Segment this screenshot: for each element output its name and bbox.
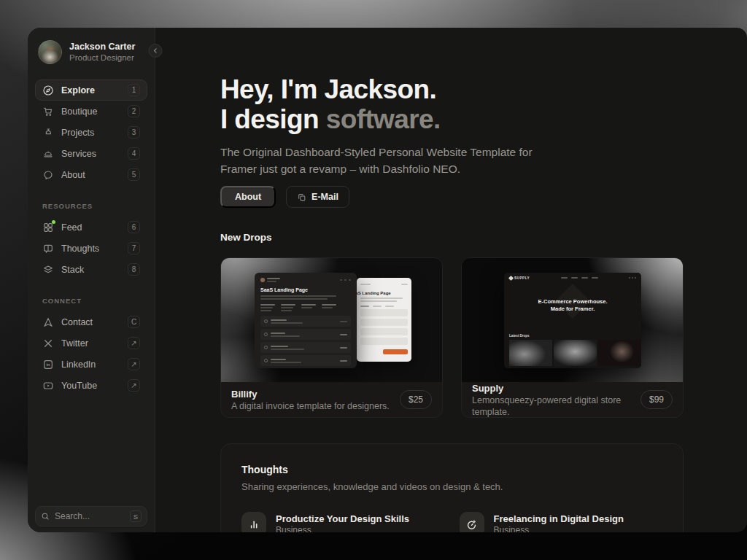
external-link-badge: ↗: [128, 337, 140, 349]
supply-logo: SUPPLY: [509, 276, 530, 280]
youtube-icon: [42, 380, 54, 392]
section-label-connect: CONNECT: [42, 297, 147, 305]
paper-plane-icon: [42, 316, 54, 328]
shortcut-badge: 2: [128, 105, 140, 117]
thumbnail-laptop: [554, 340, 597, 366]
external-link-badge: ↗: [128, 379, 140, 392]
copy-icon: [297, 192, 306, 202]
thoughts-panel: Thoughts Sharing experiences, knowledge …: [220, 443, 684, 532]
product-card-supply[interactable]: SUPPLY E-Commerce Powerhouse.Made for Fr…: [461, 257, 684, 418]
thought-category: Business: [494, 525, 624, 532]
hero-heading-line2-muted: software.: [326, 104, 441, 134]
thought-item-productize[interactable]: Productize Your Design Skills Business: [241, 512, 445, 532]
compass-icon: [42, 85, 54, 96]
shortcut-badge: C: [128, 316, 140, 328]
mockup-orange-button: [383, 349, 408, 354]
sidebar-item-contact[interactable]: Contact C: [35, 311, 147, 332]
sidebar-item-projects[interactable]: Projects 3: [35, 122, 147, 143]
sidebar-item-label: Boutique: [61, 106, 97, 117]
sidebar-item-label: About: [61, 170, 85, 180]
book-icon: [42, 243, 54, 254]
sidebar-item-label: YouTube: [61, 381, 97, 391]
card-description: A digital invoice template for designers…: [231, 400, 390, 412]
sidebar-item-stack[interactable]: Stack 8: [35, 259, 147, 280]
app-window: Jackson Carter Product Designer Explore …: [28, 28, 747, 532]
shortcut-badge: 8: [128, 263, 140, 276]
card-title: Supply: [472, 382, 640, 394]
sidebar-collapse-button[interactable]: [149, 44, 163, 58]
sidebar-item-about[interactable]: About 5: [35, 164, 147, 185]
search-input[interactable]: [55, 511, 120, 521]
sidebar-item-label: Contact: [61, 317, 93, 327]
hero-heading: Hey, I'm Jackson.I design software.: [220, 74, 747, 134]
sidebar-item-twitter[interactable]: Twitter ↗: [35, 332, 147, 354]
invoice-title: SaaS Landing Page: [260, 287, 351, 292]
sidebar-nav-resources: Feed 6 Thoughts 7 Stack 8: [35, 217, 147, 280]
card-footer: Billify A digital invoice template for d…: [221, 382, 442, 417]
svg-text:in: in: [46, 362, 50, 367]
grid-icon: [42, 222, 54, 233]
cart-icon: [42, 106, 54, 117]
supply-logo-icon: [508, 275, 514, 280]
mockup-nav: [561, 277, 598, 279]
profile-name: Jackson Carter: [69, 42, 135, 52]
layers-icon: [42, 264, 54, 276]
card-description: Lemonsqueezy-powered digital store templ…: [472, 394, 640, 418]
mockup-nav-icons: [629, 277, 636, 279]
sidebar-item-label: Services: [61, 149, 96, 159]
avatar: [38, 40, 62, 64]
hero-heading-line1: Hey, I'm Jackson.: [220, 74, 436, 104]
external-link-badge: ↗: [128, 358, 140, 370]
sidebar-item-boutique[interactable]: Boutique 2: [35, 101, 147, 122]
profile-header: Jackson Carter Product Designer: [35, 40, 147, 64]
sidebar-item-linkedin[interactable]: in LinkedIn ↗: [35, 354, 147, 375]
shortcut-badge: 6: [128, 221, 140, 233]
thumbnail-phone: [509, 340, 552, 366]
invoice-title-partial: SaaS Landing Page: [357, 291, 408, 295]
search-shortcut-badge: S: [130, 510, 142, 522]
thoughts-title: Thoughts: [241, 464, 662, 475]
lamp-icon: [42, 127, 54, 139]
sidebar-item-services[interactable]: Services 4: [35, 143, 147, 164]
thought-item-freelancing[interactable]: Freelancing in Digital Design Business: [460, 512, 663, 532]
section-label-resources: RESOURCES: [42, 202, 147, 210]
search-bar[interactable]: S: [35, 506, 147, 526]
email-button-label: E-Mail: [311, 192, 338, 202]
sidebar-item-label: Explore: [61, 85, 95, 96]
sidebar-item-label: Projects: [61, 128, 94, 138]
invoice-mockup-dark: SaaS Landing Page: [255, 273, 357, 368]
sidebar-item-thoughts[interactable]: Thoughts 7: [35, 238, 147, 259]
shortcut-badge: 4: [128, 147, 140, 160]
sidebar-item-label: Stack: [61, 265, 84, 275]
price-badge: $25: [400, 390, 432, 409]
shortcut-badge: 5: [128, 168, 140, 181]
email-button[interactable]: E-Mail: [286, 186, 349, 208]
thumbnail-portrait: [598, 340, 641, 366]
thought-title: Productize Your Design Skills: [276, 513, 409, 525]
hero-heading-line2-strong: I design: [220, 104, 326, 134]
mockup-thumbnails: [504, 340, 641, 366]
sidebar-item-label: Thoughts: [61, 244, 99, 254]
invoice-mockup-light: SaaS Landing Page: [357, 278, 411, 362]
sidebar-nav-connect: Contact C Twitter ↗ in LinkedIn ↗: [35, 311, 147, 396]
cloche-icon: [42, 148, 54, 160]
hero-description: The Original Dashboard-Styled Personal W…: [220, 144, 534, 177]
sidebar-item-youtube[interactable]: YouTube ↗: [35, 375, 147, 396]
shortcut-badge: 7: [128, 242, 140, 254]
sidebar-item-feed[interactable]: Feed 6: [35, 217, 147, 238]
card-footer: Supply Lemonsqueezy-powered digital stor…: [462, 382, 683, 417]
thought-category: Business: [276, 525, 409, 532]
product-card-billify[interactable]: SaaS Landing Page: [220, 257, 443, 418]
main-content: Hey, I'm Jackson.I design software. The …: [155, 28, 747, 532]
profile-role: Product Designer: [69, 52, 135, 63]
mockup-hero: E-Commerce Powerhouse.Made for Framer.: [504, 283, 641, 328]
sidebar-item-explore[interactable]: Explore 1: [35, 79, 147, 101]
about-button[interactable]: About: [220, 186, 276, 208]
new-drops-cards: SaaS Landing Page: [220, 257, 747, 418]
timer-icon: [460, 512, 484, 532]
thoughts-items: Productize Your Design Skills Business F…: [241, 512, 662, 532]
bar-chart-icon: [241, 512, 266, 532]
mockup-headline: E-Commerce Powerhouse.Made for Framer.: [538, 298, 607, 313]
billify-card-art: SaaS Landing Page: [221, 258, 442, 382]
notification-dot: [52, 220, 55, 224]
